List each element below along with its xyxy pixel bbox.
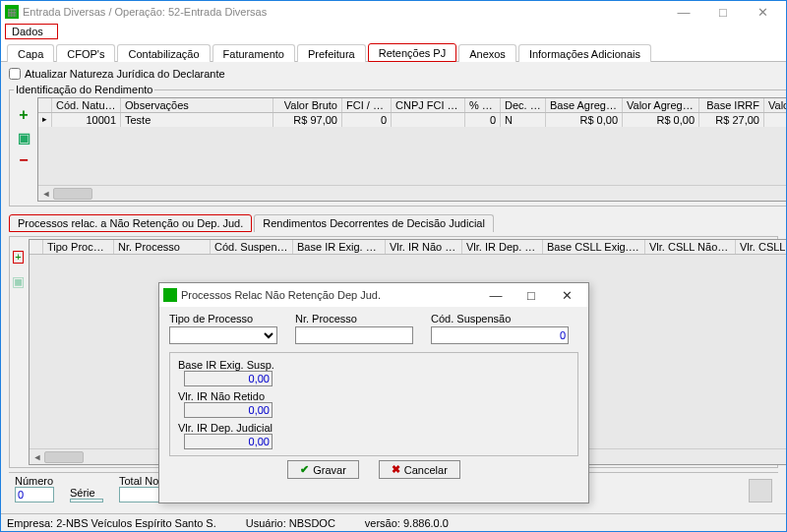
cell-valor-irrf: R$ (764, 113, 787, 127)
label-nr-processo: Nr. Processo (295, 313, 413, 325)
fieldset-rendimento-legend: Identificação do Rendimento (14, 84, 154, 95)
tab-info-adicionais[interactable]: Informações Adicionais (518, 44, 651, 62)
rendimento-grid-header: Cód. Natureza Observações Valor Bruto FC… (38, 98, 787, 113)
cancelar-button[interactable]: ✖ Cancelar (379, 460, 460, 479)
status-empresa: Empresa: 2-NBS Veículos Espírito Santo S… (7, 517, 216, 529)
tab-prefeitura[interactable]: Prefeitura (297, 44, 366, 62)
col-valor-bruto[interactable]: Valor Bruto (273, 98, 342, 112)
col-vlr-csll-nao-ret[interactable]: Vlr. CSLL Não Ret. (645, 240, 736, 254)
label-serie: Série (70, 487, 103, 499)
cell-pscp: 0 (465, 113, 501, 127)
menubar: Dados (1, 23, 786, 40)
minimize-button[interactable]: — (664, 1, 703, 23)
tab-contabilizacao[interactable]: Contabilização (117, 44, 210, 62)
cell-base-irrf: R$ 27,00 (699, 113, 764, 127)
field-numero: Número 0 (15, 475, 54, 502)
col-cnpj-fci[interactable]: CNPJ FCI / SCP (392, 98, 465, 112)
close-button[interactable]: ✕ (743, 1, 782, 23)
value-vlr-ir-dep-jud[interactable]: 0,00 (184, 434, 272, 449)
cell-valor-bruto: R$ 97,00 (273, 113, 342, 127)
add-rendimento-button[interactable]: + (19, 107, 28, 123)
window-titlebar: ▦ Entrada Diversas / Operação: 52-Entrad… (1, 1, 786, 23)
processos-grid-header: Tipo Processo Nr. Processo Cód. Suspensã… (30, 240, 787, 255)
x-icon: ✖ (392, 463, 400, 476)
value-vlr-ir-nao-retido[interactable]: 0,00 (184, 402, 272, 418)
col-base-irrf[interactable]: Base IRRF (699, 98, 764, 112)
dialog-minimize-button[interactable]: — (478, 288, 514, 303)
label-numero: Número (15, 475, 54, 487)
col-vlr-ir-nao-ret[interactable]: Vlr. IR Não Ret. (386, 240, 462, 254)
processos-side-buttons: + ▣ (12, 239, 25, 465)
input-nr-processo[interactable] (295, 326, 413, 344)
value-numero[interactable]: 0 (15, 487, 54, 502)
value-base-ir-exig[interactable]: 0,00 (184, 371, 272, 386)
cell-fci: 0 (342, 113, 392, 127)
cell-cnpj (392, 113, 465, 127)
dialog-maximize-button[interactable]: □ (514, 288, 549, 303)
status-usuario: Usuário: NBSDOC (246, 517, 335, 529)
maximize-button[interactable]: □ (703, 1, 743, 23)
label-tipo-processo: Tipo de Processo (169, 313, 277, 325)
tab-cfops[interactable]: CFOP's (56, 44, 115, 62)
dialog-title: Processos Relac Não Retenção Dep Jud. (181, 289, 478, 301)
rendimento-side-buttons: + ▣ − (14, 97, 33, 202)
check-icon: ✔ (300, 463, 309, 476)
gravar-button[interactable]: ✔ Gravar (287, 460, 359, 479)
col-cod-suspensao[interactable]: Cód. Suspensão (211, 240, 293, 254)
col-base-ir[interactable]: Base IR Exig. Susp. (293, 240, 386, 254)
gravar-label: Gravar (313, 464, 346, 476)
col-cod-natureza[interactable]: Cód. Natureza (52, 98, 121, 112)
dialog-group-values: Base IR Exig. Susp. 0,00 Vlr. IR Não Ret… (169, 352, 578, 456)
tab-retencoes-pj[interactable]: Retenções PJ (368, 43, 456, 62)
fieldset-rendimento: Identificação do Rendimento + ▣ − Cód. N… (9, 84, 787, 207)
window-title: Entrada Diversas / Operação: 52-Entrada … (23, 6, 664, 18)
rendimento-hscroll[interactable]: ◄ ► (38, 185, 787, 201)
col-dec-jud[interactable]: Dec. Jud. (501, 98, 546, 112)
col-vlr-ir-dep[interactable]: Vlr. IR Dep. Jud. (462, 240, 543, 254)
view-rendimento-button[interactable]: ▣ (18, 131, 30, 145)
checkbox-atualizar-natureza[interactable] (9, 68, 21, 80)
value-serie[interactable] (70, 499, 103, 502)
main-tabs: Capa CFOP's Contabilização Faturamento P… (1, 40, 786, 62)
dialog-body: Tipo de Processo Nr. Processo Cód. Suspe… (159, 307, 588, 502)
subtab-rendimentos-decisao[interactable]: Rendimentos Decorrentes de Decisão Judic… (254, 214, 494, 232)
sub-tabs: Processos relac. a Não Retenção ou Dep. … (9, 214, 778, 232)
cell-valor-agreg: R$ 0,00 (623, 113, 699, 127)
col-nr-processo[interactable]: Nr. Processo (114, 240, 211, 254)
col-observacoes[interactable]: Observações (121, 98, 273, 112)
col-valor-irrf[interactable]: Valor IRRF (764, 98, 787, 112)
remove-rendimento-button[interactable]: − (19, 152, 28, 168)
col-vlr-csll-dep[interactable]: Vlr. CSLL Dep. Jud. (736, 240, 787, 254)
dialog-close-button[interactable]: ✕ (549, 288, 584, 303)
tab-anexos[interactable]: Anexos (458, 44, 516, 62)
view-processo-button[interactable]: ▣ (12, 273, 25, 289)
menu-dados[interactable]: Dados (5, 24, 58, 39)
status-bar: Empresa: 2-NBS Veículos Espírito Santo S… (1, 513, 786, 531)
cancelar-label: Cancelar (404, 464, 448, 476)
label-vlr-ir-dep-jud: Vlr. IR Dep. Judicial (178, 422, 570, 434)
footer-action-icon[interactable] (749, 479, 772, 502)
col-tipo-processo[interactable]: Tipo Processo (43, 240, 114, 254)
tab-capa[interactable]: Capa (7, 44, 54, 62)
cell-obs: Teste (121, 113, 273, 127)
col-base-agregada[interactable]: Base Agregada (546, 98, 623, 112)
label-base-ir-exig: Base IR Exig. Susp. (178, 359, 570, 371)
col-base-csll[interactable]: Base CSLL Exig. Susp. (543, 240, 645, 254)
add-processo-button[interactable]: + (13, 251, 23, 264)
subtab-processos-relac[interactable]: Processos relac. a Não Retenção ou Dep. … (9, 214, 252, 232)
col-valor-agregado[interactable]: Valor Agregado (623, 98, 699, 112)
input-cod-suspensao[interactable] (431, 326, 569, 344)
field-serie: Série (70, 487, 103, 502)
status-versao: versão: 9.886.0.0 (365, 517, 449, 529)
dialog-app-icon (163, 288, 177, 302)
checkbox-atualizar-label: Atualizar Natureza Jurídica do Declarant… (25, 68, 225, 80)
tab-faturamento[interactable]: Faturamento (212, 44, 295, 62)
label-vlr-ir-nao-retido: Vlr. IR Não Retido (178, 390, 570, 402)
label-cod-suspensao: Cód. Suspensão (431, 313, 569, 325)
col-pct-scp[interactable]: % SCP (465, 98, 501, 112)
table-row[interactable]: ▸ 10001 Teste R$ 97,00 0 0 N R$ 0,00 R$ … (38, 113, 787, 127)
col-fci-scp[interactable]: FCI / SCP (342, 98, 392, 112)
cell-dec: N (501, 113, 546, 127)
app-icon: ▦ (5, 5, 19, 19)
select-tipo-processo[interactable] (169, 326, 277, 344)
